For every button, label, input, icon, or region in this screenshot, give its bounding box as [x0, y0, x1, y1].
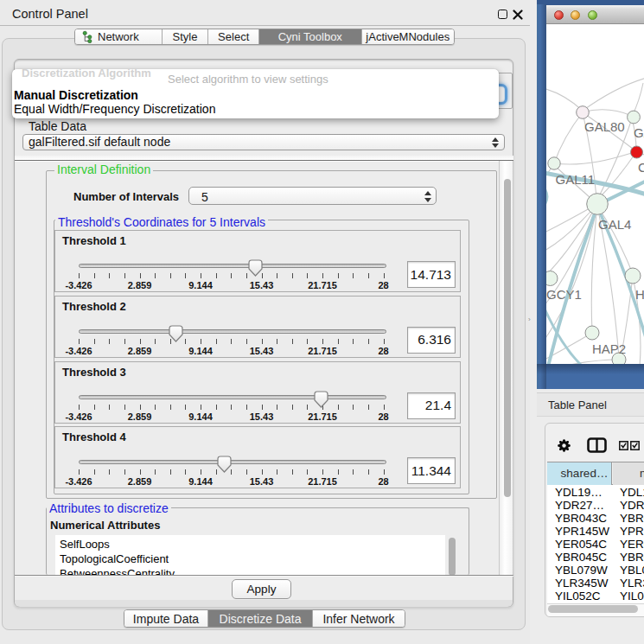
svg-text:C: C [638, 160, 644, 175]
svg-text:GAL80: GAL80 [584, 119, 625, 134]
svg-text:GCY1: GCY1 [546, 287, 582, 302]
svg-text:HAP2: HAP2 [592, 341, 626, 356]
svg-text:GAL4: GAL4 [598, 217, 631, 232]
svg-text:GA: GA [634, 125, 644, 140]
svg-text:H: H [635, 287, 644, 302]
svg-text:GAL11: GAL11 [556, 172, 596, 187]
